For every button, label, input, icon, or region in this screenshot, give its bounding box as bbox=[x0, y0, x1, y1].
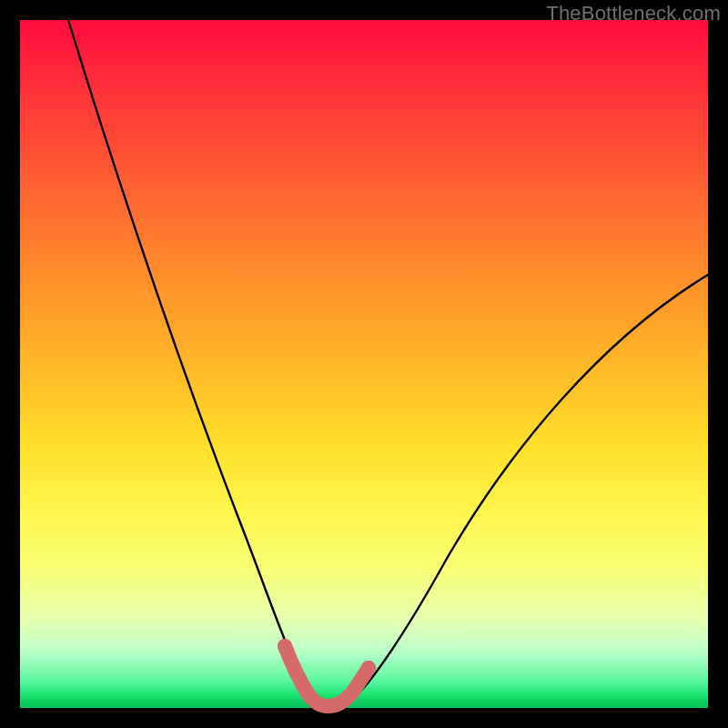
watermark-text: TheBottleneck.com bbox=[546, 2, 721, 25]
optimal-range-marker bbox=[285, 646, 369, 706]
plot-area bbox=[20, 20, 708, 708]
marker-dot-right bbox=[361, 661, 376, 675]
marker-dot-left bbox=[278, 639, 292, 653]
chart-frame: TheBottleneck.com bbox=[0, 0, 728, 728]
bottleneck-curve-svg bbox=[20, 20, 708, 708]
bottleneck-curve bbox=[68, 20, 708, 706]
